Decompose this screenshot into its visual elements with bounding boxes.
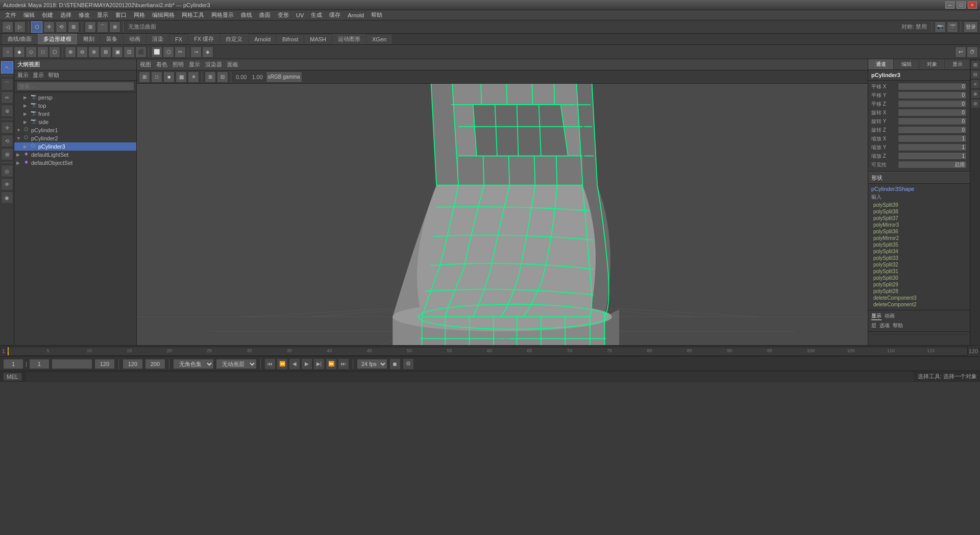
- current-frame-input[interactable]: [3, 359, 23, 369]
- vp-persp[interactable]: ⊞: [139, 71, 150, 83]
- rt-btn1[interactable]: ⊞: [971, 60, 980, 69]
- menu-item-网格显示[interactable]: 网格显示: [208, 10, 237, 20]
- menu-item-选择[interactable]: 选择: [57, 10, 75, 20]
- next-key-btn[interactable]: ⏩: [326, 358, 337, 370]
- settings-btn[interactable]: ⚙: [403, 358, 414, 370]
- tb2-select[interactable]: ○: [2, 46, 13, 58]
- outliner-menu-展示[interactable]: 展示: [17, 71, 29, 79]
- transform-value-2[interactable]: [898, 100, 967, 108]
- tb2-merge[interactable]: ⬛: [135, 46, 146, 58]
- vp-wire[interactable]: □: [151, 71, 162, 83]
- anim-tab-动画[interactable]: 动画: [885, 312, 895, 320]
- vp-menu-视图[interactable]: 视图: [140, 61, 151, 68]
- move-mode-button[interactable]: ✛: [43, 21, 55, 33]
- tb2-combine[interactable]: ⊕: [65, 46, 76, 58]
- input-node-polySplit30[interactable]: polySplit30: [871, 275, 967, 281]
- tree-item-persp[interactable]: ▶📷persp: [14, 93, 136, 102]
- tb2-loopcut[interactable]: ⬜: [151, 46, 162, 58]
- input-node-polySplit32[interactable]: polySplit32: [871, 261, 967, 268]
- step-fwd-btn[interactable]: ▶|: [313, 358, 325, 370]
- input-node-polySplit28[interactable]: polySplit28: [871, 288, 967, 295]
- max-time-input[interactable]: [122, 359, 143, 369]
- menu-item-缓存[interactable]: 缓存: [326, 10, 344, 20]
- snap-point-button[interactable]: ⊕: [109, 21, 120, 33]
- transform-value-9[interactable]: [898, 161, 967, 168]
- tree-item-side[interactable]: ▶📷side: [14, 118, 136, 126]
- maximize-button[interactable]: □: [957, 2, 966, 9]
- vp-gamma-btn[interactable]: sRGB gamma: [266, 71, 302, 83]
- minimize-button[interactable]: ─: [945, 2, 954, 9]
- menu-item-编辑网格[interactable]: 编辑网格: [149, 10, 178, 20]
- paint-tool[interactable]: ✏: [1, 91, 13, 104]
- tb2-smooth[interactable]: ⊸: [190, 46, 202, 58]
- menu-item-曲面[interactable]: 曲面: [256, 10, 274, 20]
- play-btn[interactable]: ▶: [301, 358, 312, 370]
- rp-tab-显示[interactable]: 显示: [945, 59, 970, 69]
- transform-value-4[interactable]: [898, 117, 967, 125]
- snap-curve-button[interactable]: ⌒: [97, 21, 108, 33]
- char-set-select[interactable]: 无角色集: [173, 359, 214, 369]
- select-tool[interactable]: ↖: [1, 61, 13, 74]
- anim-menu-选项[interactable]: 选项: [879, 322, 890, 329]
- mode-tab-7[interactable]: FX 缓存: [188, 34, 219, 44]
- input-node-polySplit37[interactable]: polySplit37: [871, 215, 967, 222]
- max-value-input[interactable]: [145, 359, 165, 369]
- menu-item-变形[interactable]: 变形: [275, 10, 292, 20]
- transform-value-3[interactable]: [898, 109, 967, 116]
- menu-item-网格工具[interactable]: 网格工具: [179, 10, 207, 20]
- input-node-deleteComponent2[interactable]: deleteComponent2: [871, 301, 967, 308]
- scale-tool[interactable]: ⊞: [1, 148, 13, 160]
- menu-item-窗口[interactable]: 窗口: [112, 10, 130, 20]
- scale-mode-button[interactable]: ⊞: [68, 21, 79, 33]
- mode-tab-4[interactable]: 动画: [124, 34, 146, 44]
- input-node-polySplit38[interactable]: polySplit38: [871, 208, 967, 215]
- outliner-menu-帮助[interactable]: 帮助: [48, 71, 59, 79]
- vp-menu-面板[interactable]: 面板: [227, 61, 238, 68]
- range-end-input[interactable]: [94, 359, 115, 369]
- input-node-polySplit34[interactable]: polySplit34: [871, 248, 967, 255]
- rt-btn4[interactable]: ⊕: [971, 89, 980, 99]
- prev-key-btn[interactable]: ⏪: [277, 358, 288, 370]
- transform-value-7[interactable]: [898, 143, 967, 151]
- menu-item-文件[interactable]: 文件: [2, 10, 19, 20]
- transform-value-6[interactable]: [898, 135, 967, 142]
- menu-item-帮助[interactable]: 帮助: [368, 10, 385, 20]
- input-node-polySplit31[interactable]: polySplit31: [871, 268, 967, 275]
- tb2-subdiv[interactable]: ◈: [202, 46, 213, 58]
- input-node-polySplit36[interactable]: polySplit36: [871, 228, 967, 235]
- tree-item-pCylinder2[interactable]: ▼⬡pCylinder2: [14, 134, 136, 142]
- autokey-btn[interactable]: ⏺: [389, 358, 401, 370]
- tree-item-top[interactable]: ▶📷top: [14, 102, 136, 110]
- rt-btn2[interactable]: ⊟: [971, 70, 980, 79]
- vp-menu-照明[interactable]: 照明: [173, 61, 184, 68]
- vp-menu-渲染器[interactable]: 渲染器: [205, 61, 222, 68]
- menu-item-Arnold[interactable]: Arnold: [345, 11, 367, 19]
- transform-value-5[interactable]: [898, 126, 967, 134]
- input-node-polyMirror3[interactable]: polyMirror3: [871, 222, 967, 228]
- transform-value-0[interactable]: [898, 83, 967, 90]
- input-node-polyMirror2[interactable]: polyMirror2: [871, 235, 967, 241]
- transform-value-8[interactable]: [898, 152, 967, 160]
- tb2-vertex[interactable]: ◆: [14, 46, 25, 58]
- rp-tab-对象[interactable]: 对象: [919, 59, 945, 69]
- tb2-undo-sel[interactable]: ↩: [955, 46, 966, 58]
- undo-button[interactable]: ◁: [2, 21, 13, 33]
- menu-item-生成[interactable]: 生成: [308, 10, 325, 20]
- mode-tab-9[interactable]: Arnold: [249, 35, 276, 44]
- vp-solid[interactable]: ■: [163, 71, 175, 83]
- anim-menu-帮助[interactable]: 帮助: [893, 322, 903, 329]
- tree-item-defaultLightSet[interactable]: ▶◈defaultLightSet: [14, 151, 136, 159]
- rt-btn3[interactable]: ≡: [971, 80, 980, 89]
- tb2-edge[interactable]: ◇: [26, 46, 37, 58]
- vp-light[interactable]: ☀: [188, 71, 199, 83]
- mode-tab-10[interactable]: Bifrost: [277, 35, 304, 44]
- select-mode-button[interactable]: ⬡: [31, 21, 42, 33]
- move-tool[interactable]: ✛: [1, 121, 13, 134]
- rp-tab-通道[interactable]: 通道: [868, 59, 894, 69]
- input-node-polySplit29[interactable]: polySplit29: [871, 281, 967, 288]
- mode-tab-1[interactable]: 多边形建模: [38, 34, 77, 44]
- mode-tab-0[interactable]: 曲线/曲面: [2, 34, 37, 44]
- tb2-extrude[interactable]: ▣: [112, 46, 123, 58]
- menu-item-UV[interactable]: UV: [293, 11, 307, 19]
- close-button[interactable]: ✕: [968, 2, 977, 9]
